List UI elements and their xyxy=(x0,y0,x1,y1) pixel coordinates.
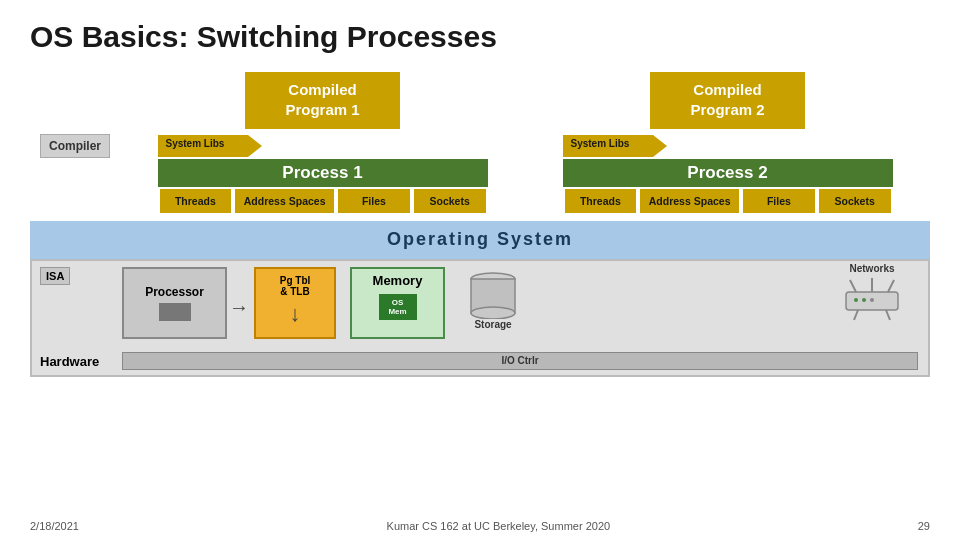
pgtbl-label: Pg Tbl & TLB xyxy=(280,275,311,297)
os-bar: Operating System xyxy=(30,221,930,259)
system-libs-2-label: System Libs xyxy=(563,135,653,157)
os-mem-label: OS Mem xyxy=(388,298,406,316)
compiled-program-2-label: Compiled Program 2 xyxy=(690,81,764,118)
footer-date: 2/18/2021 xyxy=(30,520,79,532)
process-1-address-spaces: Address Spaces xyxy=(233,187,336,215)
process-1-header: Process 1 xyxy=(158,159,488,187)
process-1-sockets: Sockets xyxy=(412,187,488,215)
system-libs-1-label: System Libs xyxy=(158,135,248,157)
system-libs-2-arrow xyxy=(653,135,667,157)
process-2-sockets: Sockets xyxy=(817,187,893,215)
memory-box: Memory OS Mem xyxy=(350,267,445,339)
networks-label: Networks xyxy=(849,263,894,274)
main-layout: Compiler Compiled Program 1 System Libs … xyxy=(30,72,930,377)
pgtbl-box: Pg Tbl & TLB ↓ xyxy=(254,267,336,339)
system-libs-1-row: System Libs xyxy=(158,135,488,157)
io-ctrl-bar: I/O Ctrlr xyxy=(122,352,918,370)
processor-chip xyxy=(159,303,191,321)
process-1-files: Files xyxy=(336,187,412,215)
slide: OS Basics: Switching Processes Compiler … xyxy=(0,0,960,540)
os-label: Operating System xyxy=(387,229,573,250)
svg-line-6 xyxy=(888,280,894,292)
svg-line-8 xyxy=(886,310,890,320)
svg-line-7 xyxy=(854,310,858,320)
process-2-files: Files xyxy=(741,187,817,215)
svg-point-9 xyxy=(854,298,858,302)
process-1-threads: Threads xyxy=(158,187,234,215)
isa-label: ISA xyxy=(40,267,70,285)
memory-label: Memory xyxy=(373,273,423,288)
system-libs-1-arrow xyxy=(248,135,262,157)
process-2-header: Process 2 xyxy=(563,159,893,187)
storage-box: Storage xyxy=(458,265,528,337)
footer: 2/18/2021 Kumar CS 162 at UC Berkeley, S… xyxy=(30,520,930,532)
processor-box: Processor xyxy=(122,267,227,339)
os-mem-box: OS Mem xyxy=(379,294,417,320)
process-2-address-spaces: Address Spaces xyxy=(638,187,741,215)
compiled-program-1-box: Compiled Program 1 xyxy=(245,72,400,129)
footer-credit: Kumar CS 162 at UC Berkeley, Summer 2020 xyxy=(387,520,611,532)
compiled-program-1-label: Compiled Program 1 xyxy=(285,81,359,118)
networks-box: Networks xyxy=(832,263,912,326)
compiled-program-2-box: Compiled Program 2 xyxy=(650,72,805,129)
storage-label: Storage xyxy=(474,319,511,330)
process-1-components: Threads Address Spaces Files Sockets xyxy=(158,187,488,215)
page-title: OS Basics: Switching Processes xyxy=(30,20,930,54)
compiler-label: Compiler xyxy=(40,134,110,158)
processor-label: Processor xyxy=(145,285,204,299)
process-2-threads: Threads xyxy=(563,187,639,215)
storage-icon xyxy=(467,271,519,319)
svg-point-2 xyxy=(471,307,515,319)
hardware-band: ISA Hardware Processor → Pg Tbl & TLB ↓ … xyxy=(30,259,930,377)
hardware-label: Hardware xyxy=(40,354,99,369)
system-libs-2-row: System Libs xyxy=(563,135,893,157)
io-ctrl-label: I/O Ctrlr xyxy=(501,355,538,366)
footer-page: 29 xyxy=(918,520,930,532)
networks-icon xyxy=(838,274,906,326)
svg-point-10 xyxy=(862,298,866,302)
arrow-right-icon: → xyxy=(229,296,249,319)
process-2-components: Threads Address Spaces Files Sockets xyxy=(563,187,893,215)
svg-point-11 xyxy=(870,298,874,302)
svg-line-4 xyxy=(850,280,856,292)
pgtbl-arrow-down-icon: ↓ xyxy=(290,301,301,327)
